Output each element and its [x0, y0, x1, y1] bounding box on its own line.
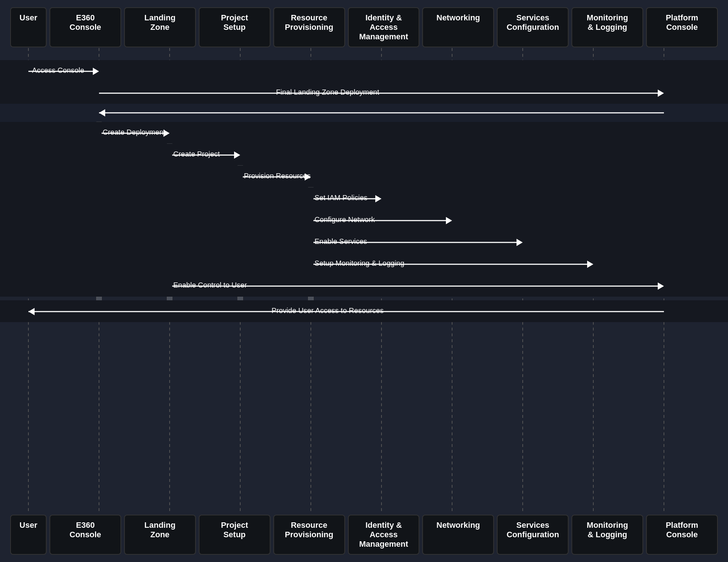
diagram-svg: Access Console Final Landing Zone Deploy…: [0, 0, 728, 562]
participant-user-bottom: User: [10, 515, 47, 555]
label-create-deployment: Create Deployment: [103, 128, 166, 136]
participant-resource-bottom: ResourceProvisioning: [273, 515, 345, 555]
label-set-iam: Set IAM Policies: [314, 194, 368, 202]
participant-e360-bottom: E360Console: [50, 515, 121, 555]
label-create-project: Create Project: [173, 150, 220, 158]
participant-project-bottom: ProjectSetup: [199, 515, 270, 555]
label-final-landing: Final Landing Zone Deployment: [276, 88, 379, 96]
participant-platform-bottom: PlatformConsole: [646, 515, 718, 555]
label-setup-monitoring: Setup Monitoring & Logging: [314, 259, 404, 267]
participants-bottom: User E360Console LandingZone ProjectSetu…: [0, 515, 728, 555]
participant-networking-bottom: Networking: [422, 515, 494, 555]
label-provision-resources: Provision Resources: [244, 172, 310, 180]
sequence-diagram: User E360Console LandingZone ProjectSetu…: [0, 0, 728, 562]
band-provision-resources: [0, 166, 728, 187]
band-access-console: [0, 60, 728, 82]
participant-monitoring-bottom: Monitoring& Logging: [571, 515, 643, 555]
participant-services-bottom: ServicesConfiguration: [497, 515, 569, 555]
label-access-console: Access Console: [32, 66, 84, 74]
label-enable-control: Enable Control to User: [173, 281, 247, 289]
band-create-project: [0, 144, 728, 166]
participant-iam-bottom: Identity & AccessManagement: [348, 515, 420, 555]
label-provide-access: Provide User Access to Resources: [272, 306, 384, 314]
label-enable-services: Enable Services: [314, 237, 367, 245]
participant-landing-bottom: LandingZone: [124, 515, 196, 555]
label-configure-network: Configure Network: [314, 215, 375, 223]
